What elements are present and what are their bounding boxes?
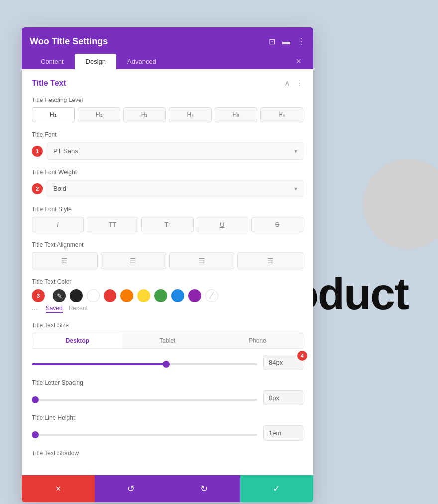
title-font-style-row: Title Font Style I TT Tr U S (32, 206, 303, 232)
title-text-alignment-label: Title Text Alignment (32, 241, 303, 248)
panel-title: Woo Title Settings (30, 36, 108, 47)
heading-buttons: H₁ H₂ H₃ H₄ H₅ H₆ (32, 107, 303, 122)
color-badge: 3 (32, 289, 45, 302)
size-tab-tablet[interactable]: Tablet (122, 333, 213, 348)
letter-spacing-slider-wrapper (32, 394, 257, 403)
more-icon[interactable]: ⋮ (297, 37, 305, 46)
text-size-slider-row: 4 (32, 355, 303, 370)
redo-button[interactable]: ↻ (168, 475, 240, 502)
section-controls: ∧ ⋮ (284, 78, 303, 88)
align-left-btn[interactable]: ☰ (32, 252, 98, 269)
line-height-input[interactable] (263, 425, 303, 441)
size-tab-phone[interactable]: Phone (213, 333, 303, 348)
heading-btn-h6[interactable]: H₆ (260, 107, 303, 122)
text-size-badge: 4 (297, 351, 307, 361)
tab-design[interactable]: Design (75, 54, 116, 69)
color-swatch-orange[interactable] (120, 289, 133, 302)
heading-btn-h1[interactable]: H₁ (32, 107, 75, 122)
heading-btn-h2[interactable]: H₂ (78, 107, 120, 122)
letter-spacing-slider[interactable] (32, 399, 257, 401)
text-size-input-wrapper: 4 (263, 355, 303, 370)
save-button[interactable]: ✓ (240, 475, 313, 502)
collapse-icon[interactable]: ∧ (284, 78, 290, 88)
letter-spacing-slider-row (32, 390, 303, 405)
style-buttons: I TT Tr U S (32, 217, 303, 232)
title-text-color-label: Title Text Color (32, 278, 303, 285)
bg-decoration (363, 159, 438, 249)
color-more-dots[interactable]: ··· (32, 305, 38, 313)
letter-spacing-input[interactable] (263, 390, 303, 405)
title-text-size-row: Title Text Size Desktop Tablet Phone 4 (32, 322, 303, 370)
color-tab-saved[interactable]: Saved (46, 305, 63, 313)
heading-btn-h4[interactable]: H₄ (169, 107, 212, 122)
title-letter-spacing-label: Title Letter Spacing (32, 379, 303, 386)
color-swatch-blue[interactable] (171, 289, 184, 302)
color-swatch-black[interactable] (70, 289, 83, 302)
color-picker-btn[interactable]: ✎ (53, 289, 66, 302)
title-text-shadow-row: Title Text Shadow (32, 450, 303, 457)
title-text-shadow-label: Title Text Shadow (32, 450, 303, 457)
style-capitalize-btn[interactable]: Tr (141, 217, 193, 232)
title-text-alignment-row: Title Text Alignment ☰ ☰ ☰ ☰ (32, 241, 303, 269)
title-text-size-label: Title Text Size (32, 322, 303, 329)
panel-header: Woo Title Settings ⊡ ▬ ⋮ Content Design … (22, 27, 313, 69)
heading-level-label: Title Heading Level (32, 97, 303, 103)
cancel-button[interactable]: × (22, 475, 95, 502)
title-text-color-row: Title Text Color 3 ✎ ∕ ··· Saved Recent (32, 278, 303, 313)
title-font-select-wrapper: 1 PT Sans Arial Georgia ▾ (32, 142, 303, 160)
close-button[interactable]: × (292, 56, 305, 67)
title-line-height-label: Title Line Height (32, 414, 303, 421)
title-font-row: Title Font 1 PT Sans Arial Georgia ▾ (32, 131, 303, 160)
heading-btn-h3[interactable]: H₃ (123, 107, 166, 122)
line-height-slider-row (32, 425, 303, 441)
text-size-slider[interactable] (32, 363, 257, 365)
tab-content[interactable]: Content (30, 54, 75, 69)
line-height-slider[interactable] (32, 434, 257, 436)
settings-panel: Woo Title Settings ⊡ ▬ ⋮ Content Design … (22, 27, 313, 502)
section-title: Title Text (32, 79, 66, 88)
panel-header-top: Woo Title Settings ⊡ ▬ ⋮ (30, 36, 305, 47)
color-swatch-red[interactable] (104, 289, 116, 302)
color-tab-recent[interactable]: Recent (69, 305, 88, 313)
align-right-btn[interactable]: ☰ (169, 252, 235, 269)
style-italic-btn[interactable]: I (32, 217, 84, 232)
style-underline-btn[interactable]: U (197, 217, 248, 232)
heading-btn-h5[interactable]: H₅ (215, 107, 257, 122)
align-justify-btn[interactable]: ☰ (237, 252, 303, 269)
color-swatch-yellow[interactable] (137, 289, 150, 302)
panel-body: Title Text ∧ ⋮ Title Heading Level H₁ H₂… (22, 69, 313, 475)
color-swatches: 3 ✎ ∕ (32, 289, 303, 302)
style-uppercase-btn[interactable]: TT (87, 217, 138, 232)
section-more-icon[interactable]: ⋮ (295, 78, 303, 88)
tab-advanced[interactable]: Advanced (116, 54, 167, 69)
heading-level-row: Title Heading Level H₁ H₂ H₃ H₄ H₅ H₆ (32, 97, 303, 122)
line-height-slider-wrapper (32, 429, 257, 438)
title-font-weight-badge: 2 (32, 183, 43, 194)
expand-icon[interactable]: ⊡ (269, 37, 275, 46)
tabs: Content Design Advanced (30, 54, 167, 69)
align-center-btn[interactable]: ☰ (101, 252, 166, 269)
color-swatch-white[interactable] (87, 289, 100, 302)
color-swatch-purple[interactable] (188, 289, 201, 302)
layout-icon[interactable]: ▬ (282, 37, 290, 46)
title-font-weight-row: Title Font Weight 2 Bold Normal Light Li… (32, 169, 303, 197)
text-size-slider-wrapper (32, 358, 257, 367)
size-tab-desktop[interactable]: Desktop (32, 333, 122, 348)
title-line-height-row: Title Line Height (32, 414, 303, 441)
title-font-select[interactable]: PT Sans Arial Georgia (47, 142, 303, 160)
section-header: Title Text ∧ ⋮ (32, 78, 303, 88)
size-device-tabs: Desktop Tablet Phone (32, 333, 303, 349)
title-font-weight-label: Title Font Weight (32, 169, 303, 176)
title-font-badge: 1 (32, 146, 43, 157)
color-tabs: ··· Saved Recent (32, 305, 303, 313)
title-font-label: Title Font (32, 131, 303, 138)
title-font-weight-select[interactable]: Bold Normal Light Lighter Bolder 100 200… (47, 180, 303, 197)
color-none-btn[interactable]: ∕ (205, 289, 218, 302)
color-swatch-green[interactable] (154, 289, 167, 302)
header-icons: ⊡ ▬ ⋮ (269, 37, 305, 46)
style-strikethrough-btn[interactable]: S (251, 217, 303, 232)
panel-footer: × ↺ ↻ ✓ (22, 475, 313, 502)
title-letter-spacing-row: Title Letter Spacing (32, 379, 303, 405)
undo-button[interactable]: ↺ (95, 475, 167, 502)
align-buttons: ☰ ☰ ☰ ☰ (32, 252, 303, 269)
